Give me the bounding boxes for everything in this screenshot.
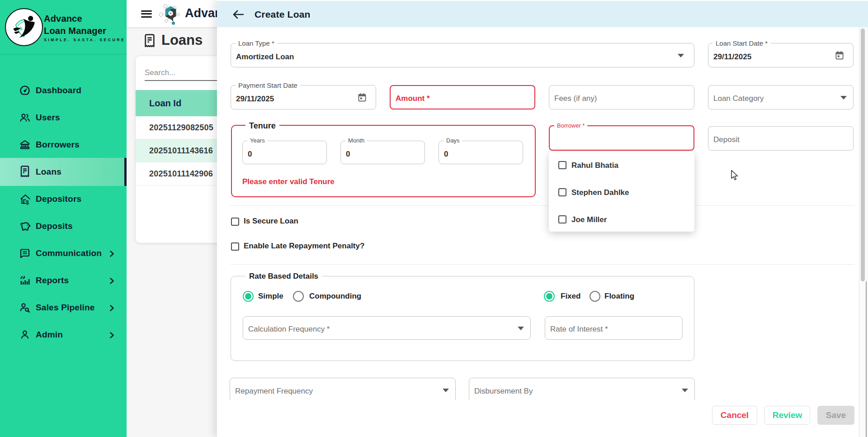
svg-text:$: $	[26, 200, 29, 205]
